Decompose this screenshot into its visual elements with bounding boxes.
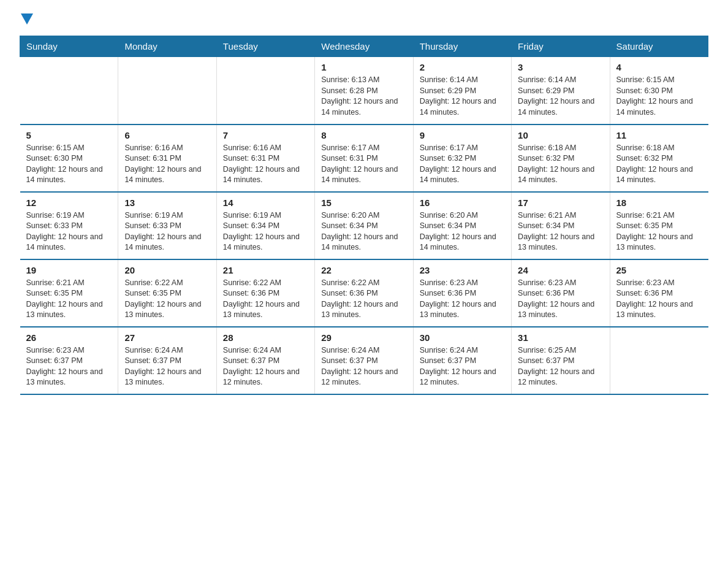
day-info: Sunrise: 6:17 AM Sunset: 6:32 PM Dayligh… (420, 143, 505, 186)
calendar-header-row: SundayMondayTuesdayWednesdayThursdayFrid… (20, 36, 708, 57)
header-friday: Friday (512, 36, 610, 57)
calendar-cell: 29Sunrise: 6:24 AM Sunset: 6:37 PM Dayli… (315, 327, 413, 394)
day-number: 5 (26, 130, 112, 140)
day-number: 24 (518, 265, 603, 275)
calendar-cell: 12Sunrise: 6:19 AM Sunset: 6:33 PM Dayli… (20, 192, 118, 259)
calendar-cell: 16Sunrise: 6:20 AM Sunset: 6:34 PM Dayli… (413, 192, 511, 259)
calendar-cell: 25Sunrise: 6:23 AM Sunset: 6:36 PM Dayli… (610, 259, 708, 327)
day-number: 12 (26, 197, 112, 208)
day-number: 8 (321, 130, 406, 140)
day-info: Sunrise: 6:23 AM Sunset: 6:36 PM Dayligh… (420, 278, 505, 321)
day-number: 20 (124, 265, 210, 275)
calendar-cell: 28Sunrise: 6:24 AM Sunset: 6:37 PM Dayli… (216, 327, 314, 394)
day-number: 26 (26, 332, 112, 343)
header-tuesday: Tuesday (216, 36, 314, 57)
day-info: Sunrise: 6:24 AM Sunset: 6:37 PM Dayligh… (321, 345, 406, 388)
page-header (20, 15, 708, 26)
day-info: Sunrise: 6:24 AM Sunset: 6:37 PM Dayligh… (124, 345, 210, 388)
day-number: 25 (616, 265, 702, 275)
day-number: 1 (321, 62, 406, 72)
calendar-cell: 21Sunrise: 6:22 AM Sunset: 6:36 PM Dayli… (216, 259, 314, 327)
day-info: Sunrise: 6:16 AM Sunset: 6:31 PM Dayligh… (223, 143, 308, 186)
calendar-cell: 8Sunrise: 6:17 AM Sunset: 6:31 PM Daylig… (315, 124, 413, 192)
calendar-table: SundayMondayTuesdayWednesdayThursdayFrid… (20, 36, 708, 395)
calendar-cell: 20Sunrise: 6:22 AM Sunset: 6:35 PM Dayli… (118, 259, 216, 327)
day-info: Sunrise: 6:20 AM Sunset: 6:34 PM Dayligh… (321, 210, 406, 253)
calendar-week-4: 26Sunrise: 6:23 AM Sunset: 6:37 PM Dayli… (20, 327, 708, 394)
calendar-week-3: 19Sunrise: 6:21 AM Sunset: 6:35 PM Dayli… (20, 259, 708, 327)
calendar-cell: 27Sunrise: 6:24 AM Sunset: 6:37 PM Dayli… (118, 327, 216, 394)
calendar-cell: 17Sunrise: 6:21 AM Sunset: 6:34 PM Dayli… (512, 192, 610, 259)
day-info: Sunrise: 6:20 AM Sunset: 6:34 PM Dayligh… (420, 210, 505, 253)
day-number: 23 (420, 265, 505, 275)
day-number: 4 (616, 62, 702, 72)
calendar-week-1: 5Sunrise: 6:15 AM Sunset: 6:30 PM Daylig… (20, 124, 708, 192)
calendar-cell: 7Sunrise: 6:16 AM Sunset: 6:31 PM Daylig… (216, 124, 314, 192)
day-number: 22 (321, 265, 406, 275)
day-info: Sunrise: 6:15 AM Sunset: 6:30 PM Dayligh… (26, 143, 112, 186)
day-number: 21 (223, 265, 308, 275)
calendar-cell: 22Sunrise: 6:22 AM Sunset: 6:36 PM Dayli… (315, 259, 413, 327)
calendar-cell: 26Sunrise: 6:23 AM Sunset: 6:37 PM Dayli… (20, 327, 118, 394)
calendar-cell: 30Sunrise: 6:24 AM Sunset: 6:37 PM Dayli… (413, 327, 511, 394)
day-number: 7 (223, 130, 308, 140)
calendar-cell: 11Sunrise: 6:18 AM Sunset: 6:32 PM Dayli… (610, 124, 708, 192)
calendar-cell: 3Sunrise: 6:14 AM Sunset: 6:29 PM Daylig… (512, 57, 610, 124)
calendar-cell: 5Sunrise: 6:15 AM Sunset: 6:30 PM Daylig… (20, 124, 118, 192)
day-number: 6 (124, 130, 210, 140)
calendar-cell (118, 57, 216, 124)
header-saturday: Saturday (610, 36, 708, 57)
calendar-cell: 4Sunrise: 6:15 AM Sunset: 6:30 PM Daylig… (610, 57, 708, 124)
calendar-week-0: 1Sunrise: 6:13 AM Sunset: 6:28 PM Daylig… (20, 57, 708, 124)
day-number: 3 (518, 62, 603, 72)
calendar-cell (216, 57, 314, 124)
calendar-cell: 6Sunrise: 6:16 AM Sunset: 6:31 PM Daylig… (118, 124, 216, 192)
calendar-cell: 1Sunrise: 6:13 AM Sunset: 6:28 PM Daylig… (315, 57, 413, 124)
day-number: 10 (518, 130, 603, 140)
calendar-cell: 15Sunrise: 6:20 AM Sunset: 6:34 PM Dayli… (315, 192, 413, 259)
calendar-cell: 31Sunrise: 6:25 AM Sunset: 6:37 PM Dayli… (512, 327, 610, 394)
day-info: Sunrise: 6:24 AM Sunset: 6:37 PM Dayligh… (223, 345, 308, 388)
logo-triangle-icon (21, 13, 33, 25)
day-number: 17 (518, 197, 603, 208)
day-info: Sunrise: 6:23 AM Sunset: 6:37 PM Dayligh… (26, 345, 112, 388)
day-info: Sunrise: 6:19 AM Sunset: 6:33 PM Dayligh… (26, 210, 112, 253)
calendar-cell: 23Sunrise: 6:23 AM Sunset: 6:36 PM Dayli… (413, 259, 511, 327)
day-info: Sunrise: 6:21 AM Sunset: 6:35 PM Dayligh… (26, 278, 112, 321)
day-number: 28 (223, 332, 308, 343)
day-info: Sunrise: 6:18 AM Sunset: 6:32 PM Dayligh… (616, 143, 702, 186)
day-info: Sunrise: 6:24 AM Sunset: 6:37 PM Dayligh… (420, 345, 505, 388)
logo (20, 15, 33, 26)
day-info: Sunrise: 6:21 AM Sunset: 6:34 PM Dayligh… (518, 210, 603, 253)
day-number: 29 (321, 332, 406, 343)
header-thursday: Thursday (413, 36, 511, 57)
header-wednesday: Wednesday (315, 36, 413, 57)
day-info: Sunrise: 6:25 AM Sunset: 6:37 PM Dayligh… (518, 345, 603, 388)
day-number: 15 (321, 197, 406, 208)
calendar-cell: 24Sunrise: 6:23 AM Sunset: 6:36 PM Dayli… (512, 259, 610, 327)
day-number: 2 (420, 62, 505, 72)
calendar-cell: 2Sunrise: 6:14 AM Sunset: 6:29 PM Daylig… (413, 57, 511, 124)
day-number: 30 (420, 332, 505, 343)
calendar-cell: 13Sunrise: 6:19 AM Sunset: 6:33 PM Dayli… (118, 192, 216, 259)
calendar-cell: 14Sunrise: 6:19 AM Sunset: 6:34 PM Dayli… (216, 192, 314, 259)
day-info: Sunrise: 6:21 AM Sunset: 6:35 PM Dayligh… (616, 210, 702, 253)
calendar-cell (610, 327, 708, 394)
day-number: 9 (420, 130, 505, 140)
day-info: Sunrise: 6:15 AM Sunset: 6:30 PM Dayligh… (616, 75, 702, 118)
day-info: Sunrise: 6:14 AM Sunset: 6:29 PM Dayligh… (518, 75, 603, 118)
day-info: Sunrise: 6:17 AM Sunset: 6:31 PM Dayligh… (321, 143, 406, 186)
calendar-cell: 10Sunrise: 6:18 AM Sunset: 6:32 PM Dayli… (512, 124, 610, 192)
day-info: Sunrise: 6:23 AM Sunset: 6:36 PM Dayligh… (616, 278, 702, 321)
day-info: Sunrise: 6:22 AM Sunset: 6:36 PM Dayligh… (223, 278, 308, 321)
day-info: Sunrise: 6:16 AM Sunset: 6:31 PM Dayligh… (124, 143, 210, 186)
day-info: Sunrise: 6:19 AM Sunset: 6:33 PM Dayligh… (124, 210, 210, 253)
day-info: Sunrise: 6:14 AM Sunset: 6:29 PM Dayligh… (420, 75, 505, 118)
day-info: Sunrise: 6:18 AM Sunset: 6:32 PM Dayligh… (518, 143, 603, 186)
day-number: 16 (420, 197, 505, 208)
header-sunday: Sunday (20, 36, 118, 57)
day-info: Sunrise: 6:22 AM Sunset: 6:35 PM Dayligh… (124, 278, 210, 321)
day-number: 19 (26, 265, 112, 275)
day-number: 27 (124, 332, 210, 343)
calendar-cell: 9Sunrise: 6:17 AM Sunset: 6:32 PM Daylig… (413, 124, 511, 192)
